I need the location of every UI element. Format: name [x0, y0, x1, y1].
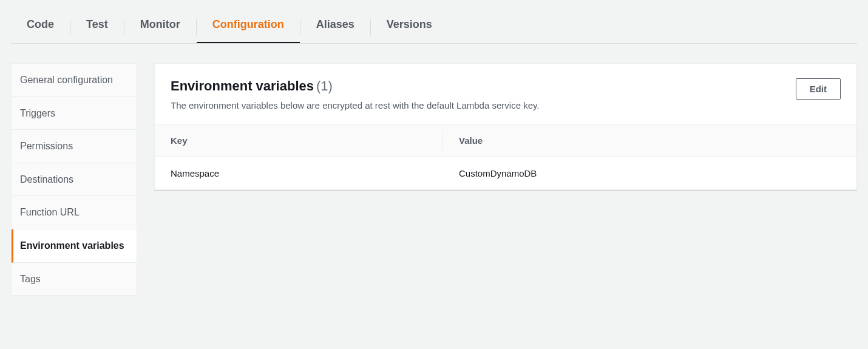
- top-tabs: Code Test Monitor Configuration Aliases …: [11, 0, 857, 44]
- sidebar-item-destinations[interactable]: Destinations: [12, 163, 137, 197]
- panel-header: Environment variables (1) The environmen…: [155, 64, 856, 124]
- sidebar-item-triggers[interactable]: Triggers: [12, 97, 137, 130]
- panel-title-area: Environment variables (1) The environmen…: [171, 78, 796, 112]
- table-cell-value: CustomDynamoDB: [443, 157, 856, 189]
- panel-title: Environment variables: [171, 78, 314, 93]
- table-header-value: Value: [443, 124, 856, 157]
- config-sidebar: General configuration Triggers Permissio…: [11, 63, 137, 296]
- edit-button[interactable]: Edit: [796, 78, 841, 100]
- sidebar-item-tags[interactable]: Tags: [12, 263, 137, 296]
- sidebar-item-permissions[interactable]: Permissions: [12, 130, 137, 163]
- sidebar-item-function-url[interactable]: Function URL: [12, 196, 137, 229]
- tab-code[interactable]: Code: [11, 11, 70, 43]
- env-variables-table: Key Value Namespace CustomDynamoDB: [155, 124, 856, 189]
- sidebar-item-general-configuration[interactable]: General configuration: [12, 64, 137, 97]
- sidebar-item-environment-variables[interactable]: Environment variables: [12, 229, 137, 263]
- table-header-key: Key: [155, 124, 443, 157]
- tab-aliases[interactable]: Aliases: [300, 11, 370, 43]
- table-cell-key: Namespace: [155, 157, 443, 189]
- tab-monitor[interactable]: Monitor: [124, 11, 196, 43]
- tab-configuration[interactable]: Configuration: [197, 11, 300, 43]
- panel-description: The environment variables below are encr…: [171, 99, 796, 112]
- table-header-row: Key Value: [155, 124, 856, 157]
- tab-versions[interactable]: Versions: [371, 11, 448, 43]
- environment-variables-panel: Environment variables (1) The environmen…: [154, 63, 857, 190]
- panel-count: (1): [316, 78, 333, 93]
- tab-test[interactable]: Test: [70, 11, 124, 43]
- table-row: Namespace CustomDynamoDB: [155, 157, 856, 189]
